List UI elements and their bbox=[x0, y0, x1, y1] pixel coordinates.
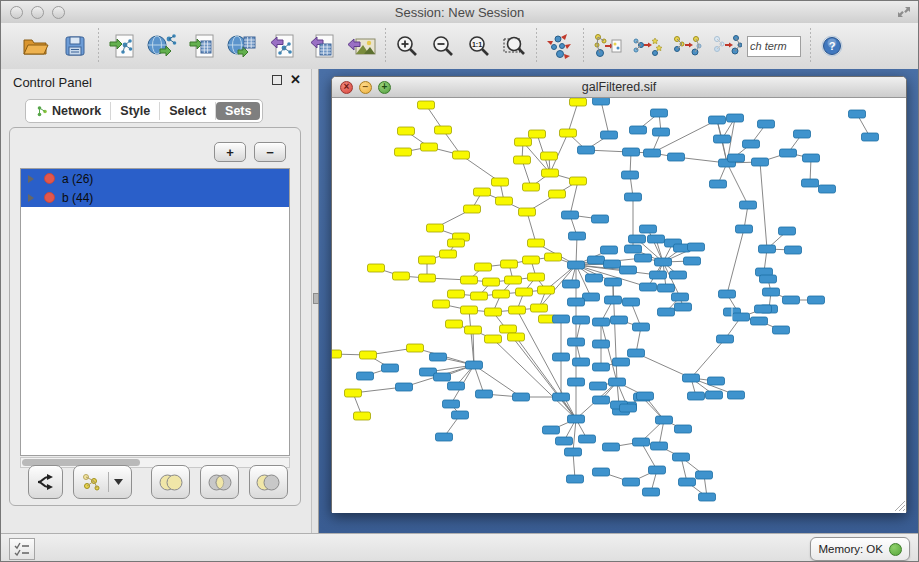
graph-node[interactable] bbox=[688, 243, 705, 251]
intersection-button[interactable] bbox=[200, 465, 239, 499]
graph-node[interactable] bbox=[583, 293, 600, 301]
graph-node[interactable] bbox=[466, 361, 483, 369]
zoom-selected-button[interactable] bbox=[497, 28, 533, 64]
export-table-button[interactable] bbox=[302, 28, 342, 64]
graph-node[interactable] bbox=[630, 126, 647, 134]
help-button[interactable]: ? bbox=[814, 28, 850, 64]
graph-node[interactable] bbox=[803, 154, 820, 162]
graph-node[interactable] bbox=[740, 201, 757, 209]
graph-node[interactable] bbox=[644, 149, 661, 157]
graph-node[interactable] bbox=[780, 149, 797, 157]
graph-node[interactable] bbox=[434, 373, 451, 381]
graph-node[interactable] bbox=[593, 340, 610, 348]
graph-node[interactable] bbox=[593, 468, 610, 476]
graph-node[interactable] bbox=[709, 116, 726, 124]
graph-node[interactable] bbox=[436, 433, 453, 441]
graph-node[interactable] bbox=[603, 443, 620, 451]
graph-node[interactable] bbox=[519, 208, 536, 216]
graph-node[interactable] bbox=[568, 261, 585, 269]
graph-node[interactable] bbox=[590, 382, 607, 390]
minimize-network-button[interactable]: − bbox=[359, 81, 372, 94]
graph-node[interactable] bbox=[474, 188, 491, 196]
union-button[interactable] bbox=[151, 465, 190, 499]
graph-node[interactable] bbox=[508, 333, 525, 341]
graph-node[interactable] bbox=[549, 190, 566, 198]
add-set-button[interactable]: + bbox=[214, 142, 246, 162]
tab-style[interactable]: Style bbox=[111, 102, 160, 120]
graph-node[interactable] bbox=[563, 280, 580, 288]
graph-node[interactable] bbox=[509, 306, 526, 314]
import-network-file-button[interactable] bbox=[102, 28, 142, 64]
tab-select[interactable]: Select bbox=[160, 102, 216, 120]
graph-node[interactable] bbox=[553, 315, 570, 323]
graph-node[interactable] bbox=[523, 183, 540, 191]
graph-node[interactable] bbox=[648, 235, 665, 243]
graph-node[interactable] bbox=[719, 290, 736, 298]
graph-node[interactable] bbox=[717, 335, 734, 343]
hide-selection-button[interactable] bbox=[667, 28, 707, 64]
graph-node[interactable] bbox=[699, 493, 716, 501]
graph-node[interactable] bbox=[542, 169, 559, 177]
graph-node[interactable] bbox=[505, 276, 522, 284]
network-window-titlebar[interactable]: galFiltered.sif × − + bbox=[332, 77, 906, 98]
graph-node[interactable] bbox=[605, 296, 622, 304]
graph-node[interactable] bbox=[802, 179, 819, 187]
graph-node[interactable] bbox=[529, 130, 546, 138]
graph-node[interactable] bbox=[332, 350, 342, 358]
graph-node[interactable] bbox=[398, 127, 415, 135]
select-first-neighbors-button[interactable] bbox=[627, 28, 667, 64]
graph-node[interactable] bbox=[604, 260, 621, 268]
graph-node[interactable] bbox=[475, 263, 492, 271]
search-input[interactable]: ch term bbox=[747, 36, 801, 57]
graph-node[interactable] bbox=[683, 374, 700, 382]
expander-icon[interactable] bbox=[28, 194, 34, 202]
memory-status-badge[interactable]: Memory: OK bbox=[810, 537, 910, 561]
zoom-in-button[interactable] bbox=[389, 28, 425, 64]
graph-node[interactable] bbox=[785, 246, 802, 254]
graph-node[interactable] bbox=[541, 152, 558, 160]
graph-node[interactable] bbox=[579, 435, 596, 443]
graph-node[interactable] bbox=[643, 488, 660, 496]
graph-node[interactable] bbox=[570, 98, 587, 106]
graph-node[interactable] bbox=[514, 156, 531, 164]
graph-node[interactable] bbox=[728, 391, 745, 399]
fullscreen-arrows-icon[interactable] bbox=[896, 4, 912, 20]
graph-node[interactable] bbox=[623, 298, 640, 306]
graph-node[interactable] bbox=[568, 415, 585, 423]
graph-node[interactable] bbox=[407, 344, 424, 352]
graph-node[interactable] bbox=[714, 135, 731, 143]
zoom-out-button[interactable] bbox=[425, 28, 461, 64]
graph-node[interactable] bbox=[679, 478, 696, 486]
graph-node[interactable] bbox=[640, 225, 657, 233]
graph-node[interactable] bbox=[395, 148, 412, 156]
graph-node[interactable] bbox=[633, 323, 650, 331]
graph-node[interactable] bbox=[501, 260, 518, 268]
new-network-from-selection-button[interactable] bbox=[587, 28, 627, 64]
panel-divider[interactable] bbox=[311, 69, 319, 533]
graph-node[interactable] bbox=[684, 257, 701, 265]
graph-node[interactable] bbox=[573, 316, 590, 324]
graph-node[interactable] bbox=[471, 292, 488, 300]
graph-node[interactable] bbox=[759, 245, 776, 253]
graph-node[interactable] bbox=[485, 335, 502, 343]
graph-node[interactable] bbox=[655, 258, 672, 266]
export-image-button[interactable] bbox=[342, 28, 382, 64]
graph-node[interactable] bbox=[808, 296, 825, 304]
graph-node[interactable] bbox=[706, 391, 723, 399]
set-row-a[interactable]: a (26) bbox=[21, 169, 289, 188]
graph-node[interactable] bbox=[357, 372, 374, 380]
graph-node[interactable] bbox=[560, 129, 577, 137]
graph-node[interactable] bbox=[569, 232, 586, 240]
tab-sets[interactable]: Sets bbox=[216, 102, 260, 120]
graph-node[interactable] bbox=[562, 211, 579, 219]
network-window[interactable]: galFiltered.sif × − + bbox=[331, 76, 907, 513]
graph-node[interactable] bbox=[755, 305, 772, 313]
graph-node[interactable] bbox=[635, 254, 652, 262]
graph-node[interactable] bbox=[625, 193, 642, 201]
expander-icon[interactable] bbox=[28, 175, 34, 183]
create-set-from-network-button[interactable] bbox=[73, 465, 132, 499]
graph-node[interactable] bbox=[658, 284, 675, 292]
graph-node[interactable] bbox=[440, 250, 457, 258]
graph-node[interactable] bbox=[393, 272, 410, 280]
graph-node[interactable] bbox=[849, 110, 866, 118]
